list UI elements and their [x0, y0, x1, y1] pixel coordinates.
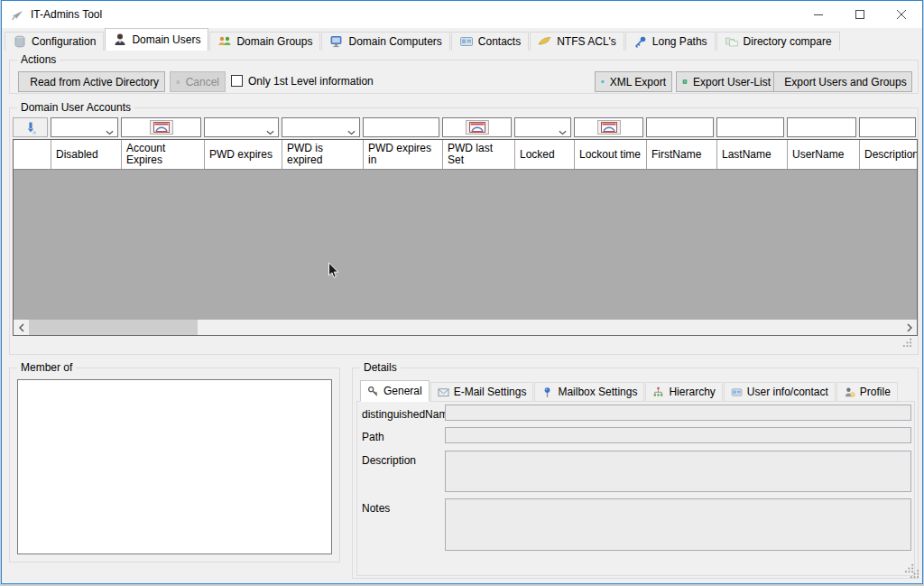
distinguished-name-label: distinguishedName	[362, 408, 454, 421]
xml-file-icon	[601, 76, 605, 88]
filter-lockout-time-date[interactable]	[574, 117, 643, 137]
description-field[interactable]	[445, 451, 911, 492]
tab-profile[interactable]: Profile	[836, 382, 898, 401]
xml-export-button[interactable]: XML Export	[595, 71, 672, 92]
details-tab-label: User info/contact	[747, 386, 828, 398]
distinguished-name-field[interactable]	[445, 405, 911, 421]
date-filter-button[interactable]	[597, 120, 621, 135]
filter-locked-combo[interactable]	[514, 117, 571, 137]
close-icon	[897, 10, 906, 19]
tab-general[interactable]: General	[360, 380, 430, 402]
tab-mailbox-settings[interactable]: Mailbox Settings	[534, 382, 644, 401]
column-header-pwd-expires[interactable]: PWD expires	[205, 140, 282, 169]
column-header-firstname[interactable]: FirstName	[647, 140, 717, 169]
grid-horizontal-scrollbar[interactable]	[14, 320, 917, 335]
tab-directory-compare[interactable]: Directory compare	[716, 32, 840, 51]
user-icon	[113, 33, 127, 47]
column-header-pwd-expires-in[interactable]: PWD expires in	[364, 140, 443, 169]
date-filter-icon	[601, 122, 617, 133]
minimize-button[interactable]	[798, 1, 839, 28]
grid-resize-grip[interactable]	[902, 338, 912, 350]
filter-firstname-text[interactable]	[646, 117, 714, 137]
details-tab-label: Hierarchy	[669, 386, 715, 398]
contact-card-icon	[459, 34, 474, 49]
filter-description-text[interactable]	[859, 117, 916, 137]
path-field[interactable]	[445, 427, 911, 443]
tab-label: Domain Computers	[348, 35, 441, 48]
only-first-level-checkbox[interactable]	[231, 75, 243, 87]
filter-funnel-button[interactable]	[13, 117, 48, 137]
filter-username-text[interactable]	[787, 117, 856, 137]
filter-pwd-expires-combo[interactable]	[204, 117, 279, 137]
column-header-selector[interactable]	[14, 140, 51, 169]
column-header-disabled[interactable]: Disabled	[51, 140, 122, 169]
member-of-listbox[interactable]	[17, 379, 332, 554]
tab-domain-users[interactable]: Domain Users	[105, 28, 208, 51]
notes-label: Notes	[362, 502, 390, 515]
column-header-username[interactable]: UserName	[788, 140, 860, 169]
column-header-pwd-is-expired[interactable]: PWD is expired	[282, 140, 364, 169]
read-from-ad-button[interactable]: Read from Active Directory	[18, 71, 165, 92]
database-icon	[13, 34, 27, 49]
column-header-lockout-time[interactable]: Lockout time	[575, 140, 647, 169]
minimize-icon	[814, 10, 823, 19]
titlebar[interactable]: IT-Admins Tool	[2, 1, 922, 28]
tab-long-paths[interactable]: Long Paths	[625, 32, 716, 51]
details-tab-label: General	[383, 385, 422, 397]
tab-user-info-contact[interactable]: User info/contact	[724, 382, 836, 401]
tab-configuration[interactable]: Configuration	[5, 32, 104, 51]
filter-lastname-text[interactable]	[716, 117, 784, 137]
maximize-button[interactable]	[839, 1, 881, 28]
funnel-icon	[24, 121, 37, 135]
export-users-and-groups-button[interactable]: Export Users and Groups	[773, 71, 912, 92]
tab-label: Contacts	[478, 35, 521, 48]
tab-ntfs-acls[interactable]: NTFS ACL's	[530, 32, 624, 51]
filter-pwd-is-expired-combo[interactable]	[282, 117, 360, 137]
filter-pwd-last-set-date[interactable]	[442, 117, 512, 137]
member-of-groupbox: Member of	[9, 367, 340, 563]
pin-icon	[541, 386, 553, 398]
only-first-level-label: Only 1st Level information	[248, 75, 374, 88]
app-window: IT-Admins Tool Configuration Domain User…	[1, 0, 923, 584]
column-header-lastname[interactable]: LastName	[717, 140, 788, 169]
column-header-description[interactable]: Description	[860, 140, 917, 169]
tab-domain-groups[interactable]: Domain Groups	[209, 32, 320, 51]
description-label: Description	[362, 454, 416, 467]
domain-user-accounts-groupbox: Domain User Accounts	[9, 107, 919, 355]
tab-hierarchy[interactable]: Hierarchy	[645, 382, 722, 401]
date-filter-icon	[153, 122, 170, 133]
tab-domain-computers[interactable]: Domain Computers	[321, 32, 449, 51]
member-of-group-label: Member of	[17, 361, 76, 375]
details-tab-label: E-Mail Settings	[454, 386, 527, 398]
column-header-locked[interactable]: Locked	[515, 140, 575, 169]
tab-label: Configuration	[32, 35, 96, 48]
date-filter-button[interactable]	[150, 120, 173, 135]
close-button[interactable]	[881, 1, 922, 28]
filter-disabled-combo[interactable]	[51, 117, 118, 137]
tab-email-settings[interactable]: E-Mail Settings	[430, 382, 534, 401]
resize-grip-icon	[902, 338, 912, 348]
profile-icon	[844, 386, 855, 398]
scroll-thumb[interactable]	[29, 320, 198, 335]
key-icon	[367, 386, 379, 397]
grid-body[interactable]	[14, 170, 917, 320]
details-groupbox: Details General E-Mail Settings Mailbox …	[352, 367, 919, 579]
scroll-track[interactable]	[29, 320, 901, 335]
tab-label: Directory compare	[744, 35, 832, 48]
read-from-ad-label: Read from Active Directory	[30, 76, 159, 88]
window-resize-grip[interactable]	[910, 569, 919, 581]
chevron-right-icon	[907, 323, 912, 332]
scroll-left-button[interactable]	[14, 320, 29, 335]
cancel-button[interactable]: Cancel	[170, 71, 226, 92]
cancel-label: Cancel	[186, 76, 219, 88]
date-filter-button[interactable]	[466, 120, 489, 135]
filter-account-expires-date[interactable]	[121, 117, 201, 137]
notes-field[interactable]	[445, 498, 911, 551]
column-header-pwd-last-set[interactable]: PWD last Set	[443, 140, 515, 169]
tab-contacts[interactable]: Contacts	[451, 32, 529, 51]
export-user-list-label: Export User-List	[693, 76, 771, 88]
filter-pwd-expires-in-text[interactable]	[363, 117, 439, 137]
column-header-account-expires[interactable]: Account Expires	[122, 140, 205, 169]
scroll-right-button[interactable]	[901, 320, 917, 335]
export-user-list-button[interactable]: Export User-List	[676, 71, 777, 92]
